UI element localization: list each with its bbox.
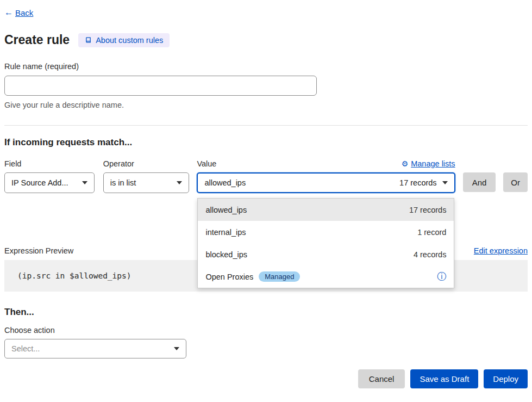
action-select-placeholder: Select...	[11, 344, 40, 353]
operator-select-value: is in list	[110, 178, 136, 187]
match-condition-row: Field IP Source Add... Operator is in li…	[4, 158, 528, 193]
book-icon	[85, 36, 92, 44]
rule-name-input[interactable]	[4, 76, 317, 96]
cancel-button[interactable]: Cancel	[358, 369, 405, 388]
chevron-down-icon	[174, 347, 179, 350]
save-as-draft-button[interactable]: Save as Draft	[410, 369, 478, 388]
value-select-value: allowed_ips	[204, 178, 246, 187]
operator-label: Operator	[103, 158, 190, 169]
chevron-down-icon	[442, 181, 448, 184]
manage-lists-label[interactable]: Manage lists	[411, 159, 455, 168]
field-select[interactable]: IP Source Add...	[4, 172, 95, 193]
expression-code: (ip.src in $allowed_ips)	[17, 271, 132, 280]
create-rule-page: ← Back Create rule About custom rules Ru…	[0, 0, 532, 388]
back-link-label[interactable]: Back	[15, 8, 33, 17]
rule-name-label: Rule name (required)	[4, 62, 528, 71]
about-custom-rules-link[interactable]: About custom rules	[78, 33, 170, 47]
back-arrow-icon: ←	[4, 8, 13, 17]
action-select[interactable]: Select...	[4, 339, 186, 358]
deploy-button[interactable]: Deploy	[484, 369, 528, 388]
value-select[interactable]: allowed_ips 17 records	[197, 172, 455, 193]
edit-expression-link[interactable]: Edit expression	[474, 246, 528, 255]
value-select-meta: 17 records	[399, 178, 437, 187]
or-button[interactable]: Or	[503, 172, 528, 192]
divider	[4, 125, 528, 126]
value-dropdown-menu: allowed_ips 17 records internal_ips 1 re…	[197, 198, 454, 288]
value-label: Value	[197, 158, 216, 169]
list-record-count: 17 records	[409, 206, 447, 214]
dropdown-item-blocked-ips[interactable]: blocked_ips 4 records	[198, 243, 454, 265]
field-label: Field	[4, 158, 95, 169]
match-section-heading: If incoming requests match...	[4, 137, 528, 148]
gear-icon: ⚙	[402, 159, 409, 168]
list-name: blocked_ips	[205, 250, 247, 259]
list-name: internal_ips	[205, 228, 246, 237]
managed-badge: Managed	[259, 271, 300, 282]
and-button[interactable]: And	[463, 172, 496, 192]
list-record-count: 1 record	[417, 228, 446, 237]
field-select-value: IP Source Add...	[11, 178, 68, 187]
chevron-down-icon	[177, 181, 182, 184]
info-icon[interactable]: ⓘ	[437, 272, 446, 281]
expression-preview-label: Expression Preview	[4, 246, 73, 255]
then-section-heading: Then...	[4, 307, 528, 318]
back-link[interactable]: ← Back	[4, 8, 528, 17]
dropdown-item-allowed-ips[interactable]: allowed_ips 17 records	[198, 199, 454, 221]
choose-action-label: Choose action	[4, 326, 528, 335]
operator-select[interactable]: is in list	[103, 172, 190, 193]
about-custom-rules-label: About custom rules	[96, 36, 163, 45]
list-name: Open Proxies	[205, 273, 253, 281]
list-name: allowed_ips	[205, 206, 247, 214]
dropdown-item-open-proxies[interactable]: Open Proxies Managed ⓘ	[198, 265, 454, 288]
dropdown-item-internal-ips[interactable]: internal_ips 1 record	[198, 221, 454, 243]
rule-name-helper: Give your rule a descriptive name.	[4, 101, 528, 109]
footer-actions: Cancel Save as Draft Deploy	[4, 369, 528, 388]
manage-lists-link[interactable]: ⚙ Manage lists	[402, 159, 455, 168]
page-title: Create rule	[4, 33, 70, 47]
chevron-down-icon	[82, 181, 87, 184]
list-record-count: 4 records	[414, 250, 446, 259]
